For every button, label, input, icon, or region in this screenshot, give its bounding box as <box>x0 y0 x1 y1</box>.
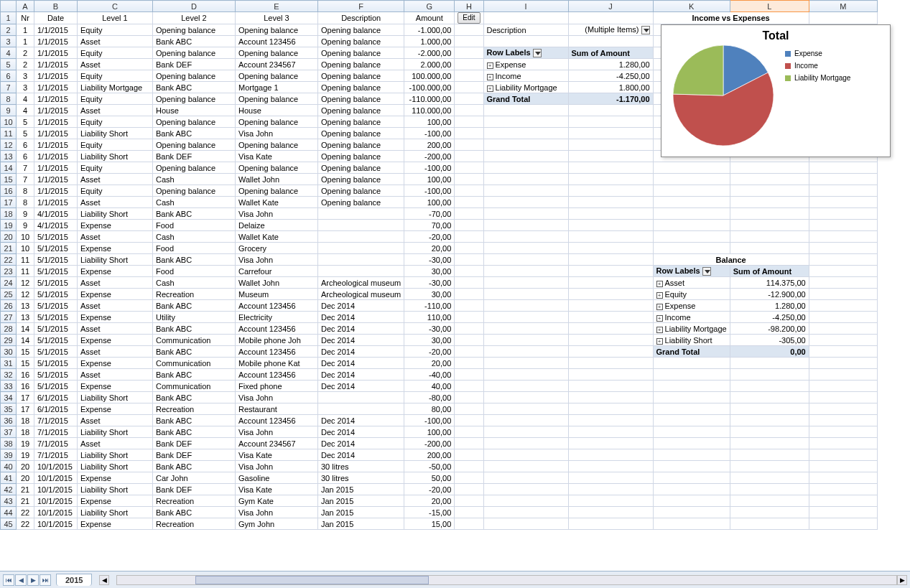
cell-J13[interactable] <box>568 151 653 162</box>
cell-F27[interactable]: Dec 2014 <box>318 312 404 323</box>
cell-K41[interactable] <box>653 472 730 484</box>
cell-B16[interactable]: 1/1/2015 <box>34 185 78 197</box>
cell-L39[interactable] <box>730 449 809 461</box>
cell-J37[interactable] <box>568 426 653 438</box>
cell-L28[interactable]: -98.200,00 <box>730 323 809 335</box>
cell-F42[interactable]: Jan 2015 <box>318 484 404 495</box>
cell-L21[interactable] <box>730 243 809 254</box>
cell-H39[interactable] <box>455 449 483 461</box>
cell-H36[interactable] <box>455 415 483 426</box>
cell-B3[interactable]: 1/1/2015 <box>34 36 78 47</box>
select-all-corner[interactable] <box>1 1 17 12</box>
cell-I38[interactable] <box>483 438 568 449</box>
cell-I26[interactable] <box>483 300 568 312</box>
cell-F8[interactable]: Opening balance <box>318 93 404 105</box>
cell-I35[interactable] <box>483 403 568 415</box>
row-header-33[interactable]: 33 <box>1 381 17 392</box>
cell-G42[interactable]: -20,00 <box>404 484 455 495</box>
cell-B22[interactable]: 5/1/2015 <box>34 254 78 266</box>
cell-A19[interactable]: 9 <box>17 220 34 231</box>
pivot-expand-icon[interactable]: + <box>487 85 493 92</box>
cell-E43[interactable]: Gym Kate <box>236 495 318 507</box>
cell-I40[interactable] <box>483 461 568 472</box>
cell-B14[interactable]: 1/1/2015 <box>34 162 78 174</box>
cell-C9[interactable]: Asset <box>78 105 153 116</box>
cell-L25[interactable]: -12.900,00 <box>730 289 809 300</box>
cell-E40[interactable]: Visa John <box>236 461 318 472</box>
cell-M38[interactable] <box>809 438 877 449</box>
cell-B8[interactable]: 1/1/2015 <box>34 93 78 105</box>
cell-G20[interactable]: -20,00 <box>404 231 455 243</box>
sheet-tab-active[interactable]: 2015 <box>56 574 92 586</box>
cell-I28[interactable] <box>483 323 568 335</box>
col-header-K[interactable]: K <box>653 1 730 12</box>
cell-J45[interactable] <box>568 518 653 530</box>
col-header-I[interactable]: I <box>483 1 568 12</box>
cell-F16[interactable]: Opening balance <box>318 185 404 197</box>
cell-E39[interactable]: Visa Kate <box>236 449 318 461</box>
cell-C29[interactable]: Expense <box>78 335 153 346</box>
cell-K38[interactable] <box>653 438 730 449</box>
cell-B19[interactable]: 4/1/2015 <box>34 220 78 231</box>
cell-J24[interactable] <box>568 277 653 289</box>
row-header-22[interactable]: 22 <box>1 254 17 266</box>
cell-F7[interactable]: Opening balance <box>318 82 404 93</box>
cell-H10[interactable] <box>455 116 483 128</box>
cell-B27[interactable]: 5/1/2015 <box>34 312 78 323</box>
cell-D33[interactable]: Communication <box>153 381 236 392</box>
cell-B17[interactable]: 1/1/2015 <box>34 197 78 208</box>
cell-A44[interactable]: 22 <box>17 507 34 518</box>
cell-A11[interactable]: 5 <box>17 128 34 139</box>
cell-K18[interactable] <box>653 208 730 220</box>
cell-J18[interactable] <box>568 208 653 220</box>
cell-F15[interactable]: Opening balance <box>318 174 404 185</box>
cell-E8[interactable]: Opening balance <box>236 93 318 105</box>
cell-E14[interactable]: Opening balance <box>236 162 318 174</box>
cell-B38[interactable]: 7/1/2015 <box>34 438 78 449</box>
cell-B26[interactable]: 5/1/2015 <box>34 300 78 312</box>
cell-A38[interactable]: 19 <box>17 438 34 449</box>
cell-C33[interactable]: Expense <box>78 381 153 392</box>
row-header-20[interactable]: 20 <box>1 231 17 243</box>
cell-J10[interactable] <box>568 116 653 128</box>
tab-nav-last[interactable]: ⏭ <box>40 574 51 586</box>
cell-H23[interactable] <box>455 266 483 277</box>
cell-K19[interactable] <box>653 220 730 231</box>
cell-H41[interactable] <box>455 472 483 484</box>
cell-D28[interactable]: Bank ABC <box>153 323 236 335</box>
cell-E35[interactable]: Restaurant <box>236 403 318 415</box>
cell-A9[interactable]: 4 <box>17 105 34 116</box>
cell-J11[interactable] <box>568 128 653 139</box>
cell-F20[interactable] <box>318 231 404 243</box>
cell-K36[interactable] <box>653 415 730 426</box>
cell-A22[interactable]: 11 <box>17 254 34 266</box>
cell-I41[interactable] <box>483 472 568 484</box>
cell-G23[interactable]: 30,00 <box>404 266 455 277</box>
cell-E26[interactable]: Account 123456 <box>236 300 318 312</box>
cell-J32[interactable] <box>568 369 653 381</box>
cell-C44[interactable]: Liability Short <box>78 507 153 518</box>
cell-H17[interactable] <box>455 197 483 208</box>
cell-D21[interactable]: Food <box>153 243 236 254</box>
cell-A16[interactable]: 8 <box>17 185 34 197</box>
cell-H8[interactable] <box>455 93 483 105</box>
cell-K33[interactable] <box>653 381 730 392</box>
cell-H25[interactable] <box>455 289 483 300</box>
cell-I2[interactable]: Description <box>483 24 568 36</box>
hscroll-left[interactable]: ◀ <box>99 575 109 585</box>
cell-B40[interactable]: 10/1/2015 <box>34 461 78 472</box>
cell-F1[interactable]: Description <box>318 12 404 24</box>
cell-I44[interactable] <box>483 507 568 518</box>
cell-H21[interactable] <box>455 243 483 254</box>
cell-D13[interactable]: Bank DEF <box>153 151 236 162</box>
cell-H2[interactable] <box>455 24 483 36</box>
cell-H28[interactable] <box>455 323 483 335</box>
cell-H33[interactable] <box>455 381 483 392</box>
cell-F10[interactable]: Opening balance <box>318 116 404 128</box>
row-header-11[interactable]: 11 <box>1 128 17 139</box>
cell-I34[interactable] <box>483 392 568 403</box>
cell-A15[interactable]: 7 <box>17 174 34 185</box>
cell-H15[interactable] <box>455 174 483 185</box>
cell-D41[interactable]: Car John <box>153 472 236 484</box>
cell-F28[interactable]: Dec 2014 <box>318 323 404 335</box>
